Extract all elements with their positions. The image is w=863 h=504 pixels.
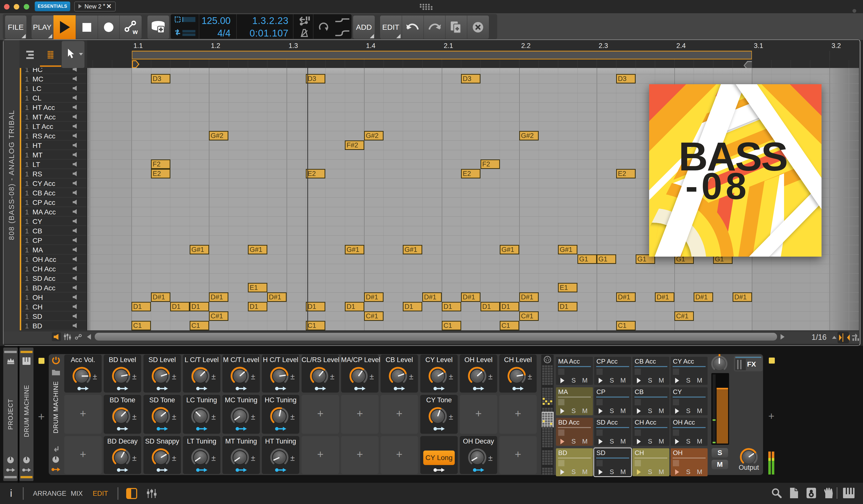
svg-text:w: w <box>133 28 138 35</box>
svg-text:-08: -08 <box>685 165 750 207</box>
